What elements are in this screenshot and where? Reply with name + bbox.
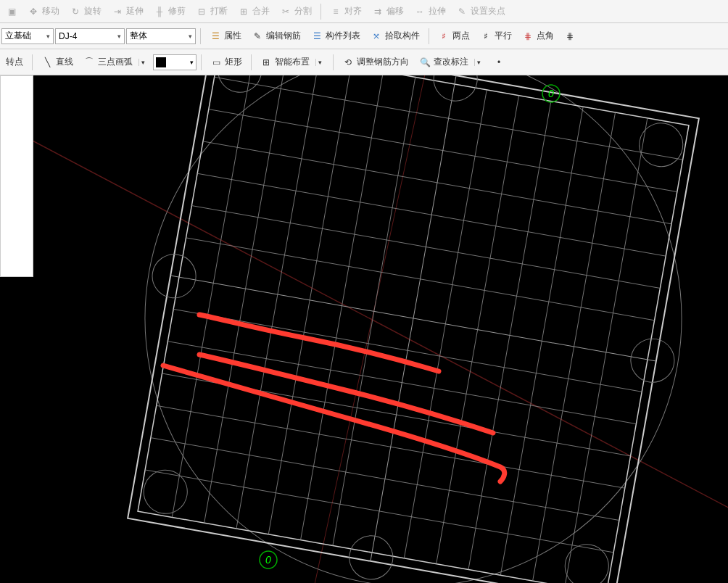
chevron-down-icon: ▾ xyxy=(315,59,324,66)
twopoint-btn[interactable]: ♯ 两点 xyxy=(434,28,474,44)
toolbar-draw: 转点 ╲ 直线 ⌒ 三点画弧 ▾ ▾ ▭ 矩形 ⊞ 智能布置 ▾ ⟲ 调整钢筋方… xyxy=(0,49,728,75)
align-btn[interactable]: ≡ 对齐 xyxy=(326,3,366,20)
setgrip-label: 设置夹点 xyxy=(471,5,505,17)
move-icon: ✥ xyxy=(28,6,39,17)
chevron-down-icon: ▾ xyxy=(117,33,121,40)
properties-btn[interactable]: ☰ 属性 xyxy=(205,28,246,44)
adjust-icon: ⟲ xyxy=(342,57,354,68)
svg-line-11 xyxy=(191,206,660,289)
svg-line-9 xyxy=(203,141,671,224)
trim-btn[interactable]: ╫ 修剪 xyxy=(149,3,190,20)
component-dropdown[interactable]: DJ-4 ▾ xyxy=(55,28,125,44)
line-icon: ╲ xyxy=(41,57,53,68)
extend-btn[interactable]: ⇥ 延伸 xyxy=(107,3,148,20)
break-btn[interactable]: ⊟ 打断 xyxy=(191,3,232,20)
pickcomponent-btn[interactable]: ⤧ 拾取构件 xyxy=(366,28,424,44)
svg-line-13 xyxy=(173,309,642,392)
rect-label: 矩形 xyxy=(225,56,242,68)
componentlist-label: 构件列表 xyxy=(326,30,360,42)
svg-line-12 xyxy=(186,238,655,321)
stretch-btn[interactable]: ↔ 拉伸 xyxy=(410,3,450,20)
svg-line-23 xyxy=(301,75,384,540)
twopoint-label: 两点 xyxy=(452,30,470,42)
annotation-strokes xyxy=(163,315,505,481)
separator xyxy=(32,54,33,70)
side-panel xyxy=(0,75,33,277)
separator xyxy=(201,54,202,70)
grid-icon: ♯ xyxy=(438,30,450,42)
cad-canvas[interactable]: 0 0 xyxy=(0,75,728,583)
svg-line-7 xyxy=(215,77,683,160)
component-value: DJ-4 xyxy=(59,31,77,41)
toolbar-edit: ▣ ✥ 移动 ↻ 旋转 ⇥ 延伸 ╫ 修剪 ⊟ 打断 ⊞ 合并 ✂ 分割 ≡ 对… xyxy=(0,0,728,23)
parallel-label: 平行 xyxy=(495,30,512,42)
smartlayout-label: 智能布置 xyxy=(275,56,310,68)
move-label: 移动 xyxy=(42,5,59,17)
svg-line-10 xyxy=(197,173,666,256)
separator xyxy=(200,28,201,44)
checkannotation-btn[interactable]: 🔍 查改标注 ▾ xyxy=(415,54,487,70)
svg-line-25 xyxy=(404,90,487,558)
svg-line-30 xyxy=(565,118,648,583)
split-icon: ✂ xyxy=(280,6,291,17)
extend-label: 延伸 xyxy=(126,5,144,17)
arc3pt-label: 三点画弧 xyxy=(98,56,133,68)
rotpoint-btn[interactable]: 转点 xyxy=(1,54,28,70)
editrebar-btn[interactable]: ✎ 编辑钢筋 xyxy=(247,28,305,44)
arc3pt-btn[interactable]: ⌒ 三点画弧 ▾ xyxy=(79,54,152,70)
chevron-down-icon: ▾ xyxy=(189,33,192,40)
clear-btn[interactable]: • xyxy=(489,54,509,70)
svg-point-33 xyxy=(141,467,191,518)
svg-line-21 xyxy=(236,75,319,529)
parallel-btn[interactable]: ♯ 平行 xyxy=(476,28,516,44)
properties-icon: ☰ xyxy=(210,30,221,42)
svg-line-8 xyxy=(209,109,677,192)
rotate-label: 旋转 xyxy=(84,5,102,17)
cad-drawing: 0 0 xyxy=(0,75,728,583)
more-icon: ⋕ xyxy=(564,30,576,42)
chevron-down-icon: ▾ xyxy=(474,59,483,66)
stretch-icon: ↔ xyxy=(414,6,426,17)
angle-icon: ⋕ xyxy=(522,30,534,42)
separator xyxy=(333,54,334,70)
chevron-down-icon: ▾ xyxy=(138,59,147,66)
trim-label: 修剪 xyxy=(168,5,186,17)
merge-icon: ⊞ xyxy=(238,6,249,17)
svg-line-19 xyxy=(172,75,255,517)
componentlist-btn[interactable]: ☰ 构件列表 xyxy=(307,28,365,44)
image-btn[interactable]: ▣ xyxy=(1,4,22,20)
split-btn[interactable]: ✂ 分割 xyxy=(276,3,316,20)
whole-dropdown[interactable]: 整体 ▾ xyxy=(126,28,196,44)
line-btn[interactable]: ╲ 直线 xyxy=(37,54,78,70)
move-btn[interactable]: ✥ 移动 xyxy=(23,3,64,20)
setgrip-btn[interactable]: ✎ 设置夹点 xyxy=(452,3,510,20)
foundation-label: 立基础 xyxy=(5,30,31,42)
smartlayout-btn[interactable]: ⊞ 智能布置 ▾ xyxy=(256,54,328,70)
whole-label: 整体 xyxy=(130,30,147,42)
adjustrebar-btn[interactable]: ⟲ 调整钢筋方向 xyxy=(338,54,413,70)
rotate-icon: ↻ xyxy=(70,6,81,17)
extend-icon: ⇥ xyxy=(112,6,123,17)
checkannotation-label: 查改标注 xyxy=(434,56,468,68)
toolbar-component: 立基础 ▾ DJ-4 ▾ 整体 ▾ ☰ 属性 ✎ 编辑钢筋 ☰ 构件列表 ⤧ 拾… xyxy=(0,23,728,49)
merge-btn[interactable]: ⊞ 合并 xyxy=(233,3,274,20)
rotate-btn[interactable]: ↻ 旋转 xyxy=(65,3,106,20)
offset-btn[interactable]: ⇉ 偏移 xyxy=(368,3,408,20)
split-label: 分割 xyxy=(294,5,312,17)
pointangle-btn[interactable]: ⋕ 点角 xyxy=(518,28,558,44)
svg-line-24 xyxy=(333,77,415,545)
offset-label: 偏移 xyxy=(386,5,404,17)
svg-line-26 xyxy=(437,96,519,564)
more-btn[interactable]: ⋕ xyxy=(560,28,580,44)
separator xyxy=(320,4,321,20)
arc-icon: ⌒ xyxy=(83,57,95,68)
foundation-dropdown[interactable]: 立基础 ▾ xyxy=(1,28,54,44)
clear-icon: • xyxy=(493,57,505,68)
rect-btn[interactable]: ▭ 矩形 xyxy=(206,54,247,70)
svg-line-28 xyxy=(500,107,583,575)
chevron-down-icon: ▾ xyxy=(190,59,194,66)
properties-label: 属性 xyxy=(224,30,241,42)
color-dropdown[interactable]: ▾ xyxy=(153,54,197,70)
svg-line-29 xyxy=(533,112,616,581)
svg-line-27 xyxy=(468,101,551,569)
